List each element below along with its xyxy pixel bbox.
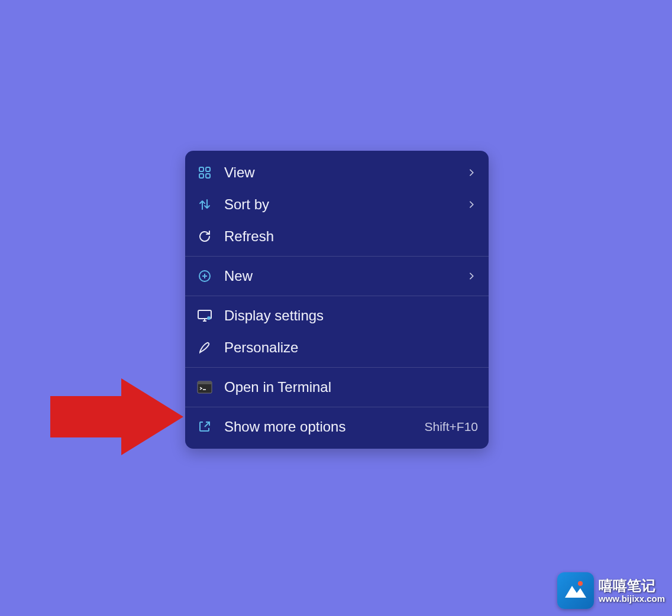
svg-point-6 (207, 316, 211, 320)
menu-item-show-more-options[interactable]: Show more options Shift+F10 (185, 411, 489, 443)
chevron-right-icon (465, 270, 478, 283)
menu-item-open-terminal[interactable]: Open in Terminal (185, 371, 489, 403)
plus-circle-icon (196, 267, 214, 285)
display-icon (196, 307, 214, 325)
terminal-icon (196, 378, 214, 396)
menu-divider (185, 296, 489, 296)
menu-item-new[interactable]: New (185, 260, 489, 292)
menu-label: New (224, 268, 454, 284)
menu-divider (185, 367, 489, 368)
chevron-right-icon (465, 166, 478, 179)
menu-label: Show more options (224, 419, 414, 435)
svg-rect-0 (199, 167, 203, 171)
menu-label: View (224, 164, 454, 181)
menu-label: Sort by (224, 196, 454, 213)
expand-icon (196, 418, 214, 436)
menu-label: Display settings (224, 307, 478, 324)
svg-rect-2 (199, 174, 203, 178)
menu-item-sort-by[interactable]: Sort by (185, 189, 489, 221)
menu-item-view[interactable]: View (185, 157, 489, 189)
watermark-title: 嘻嘻笔记 (599, 578, 665, 594)
menu-item-personalize[interactable]: Personalize (185, 332, 489, 364)
menu-item-refresh[interactable]: Refresh (185, 221, 489, 252)
refresh-icon (196, 228, 214, 245)
svg-rect-8 (198, 381, 212, 384)
desktop-context-menu: View Sort by Refresh New (185, 151, 489, 449)
watermark-text: 嘻嘻笔记 www.bijixx.com (599, 578, 665, 604)
svg-rect-3 (206, 174, 210, 178)
sort-icon (196, 196, 214, 213)
watermark-url: www.bijixx.com (599, 594, 665, 604)
grid-icon (196, 164, 214, 181)
menu-label: Open in Terminal (224, 379, 478, 395)
pen-icon (196, 339, 214, 356)
svg-marker-10 (565, 586, 586, 598)
svg-point-11 (578, 581, 583, 586)
menu-label: Personalize (224, 339, 478, 356)
watermark: 嘻嘻笔记 www.bijixx.com (557, 572, 665, 609)
svg-marker-9 (50, 378, 183, 455)
menu-divider (185, 407, 489, 407)
menu-accelerator: Shift+F10 (425, 420, 478, 434)
menu-label: Refresh (224, 228, 478, 245)
chevron-right-icon (465, 198, 478, 211)
watermark-logo-icon (557, 572, 594, 609)
menu-item-display-settings[interactable]: Display settings (185, 300, 489, 332)
red-arrow-annotation (50, 378, 183, 455)
menu-divider (185, 256, 489, 257)
svg-rect-1 (206, 167, 210, 171)
